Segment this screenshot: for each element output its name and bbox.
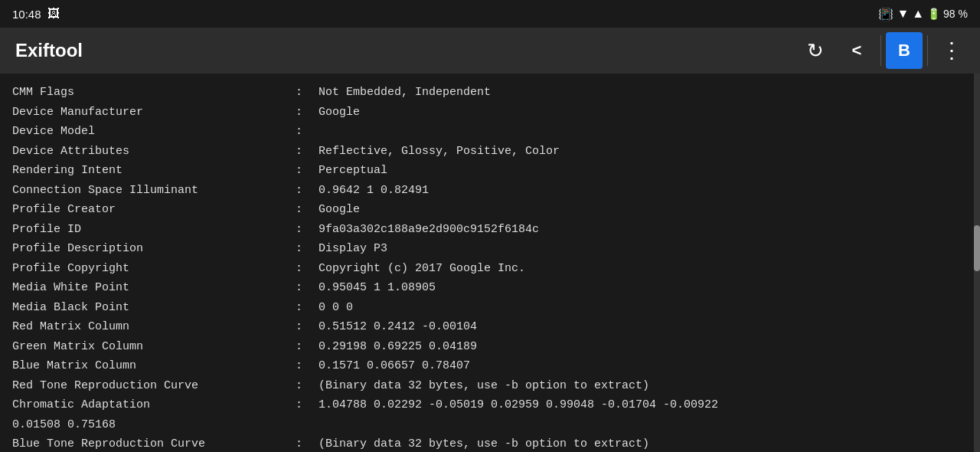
meta-colon: : <box>296 356 318 376</box>
meta-colon: : <box>296 317 318 337</box>
table-row: Device Manufacturer : Google <box>12 103 968 123</box>
metadata-table: CMM Flags : Not Embedded, IndependentDev… <box>0 80 980 452</box>
table-row: Profile Creator : Google <box>12 200 968 220</box>
meta-colon: : <box>296 200 318 220</box>
table-row: Profile ID : 9fa03a302c188a9e2d900c9152f… <box>12 220 968 240</box>
more-options-button[interactable]: ⋮ <box>933 31 971 70</box>
meta-key: Device Model <box>12 122 296 142</box>
meta-colon: : <box>296 434 318 452</box>
meta-key: Media White Point <box>12 278 296 298</box>
meta-key: Profile Copyright <box>12 259 296 279</box>
meta-value: Google <box>318 200 968 220</box>
meta-colon: : <box>296 337 318 357</box>
table-row: Device Model : <box>12 122 968 142</box>
wifi-icon: ▼ <box>897 7 909 21</box>
share-icon: < <box>852 41 862 61</box>
meta-value: 9fa03a302c188a9e2d900c9152f6184c <box>318 220 968 240</box>
table-row: Profile Description : Display P3 <box>12 239 968 259</box>
status-left: 10:48 🖼 <box>12 7 60 21</box>
meta-value: Perceptual <box>318 161 968 181</box>
toolbar-actions: ↻ < B ⋮ <box>796 31 971 70</box>
status-bar: 10:48 🖼 📳 ▼ ▲ 🔋 98 % <box>0 0 980 28</box>
meta-key: Rendering Intent <box>12 161 296 181</box>
table-row: CMM Flags : Not Embedded, Independent <box>12 83 968 103</box>
meta-colon: : <box>296 161 318 181</box>
toolbar-divider <box>880 35 881 66</box>
photo-icon: 🖼 <box>47 7 60 21</box>
continuation-value: 0.01508 0.75168 <box>12 415 116 435</box>
meta-key: Green Matrix Column <box>12 337 296 357</box>
meta-key: Red Tone Reproduction Curve <box>12 376 296 396</box>
scrollbar[interactable] <box>974 74 980 452</box>
meta-value: (Binary data 32 bytes, use -b option to … <box>318 376 968 396</box>
meta-value: Copyright (c) 2017 Google Inc. <box>318 259 968 279</box>
meta-colon: : <box>296 298 318 318</box>
meta-value: 0.51512 0.2412 -0.00104 <box>318 317 968 337</box>
meta-colon: : <box>296 83 318 103</box>
meta-value: Reflective, Glossy, Positive, Color <box>318 142 968 162</box>
vibrate-icon: 📳 <box>878 7 893 21</box>
table-row: Media Black Point : 0 0 0 <box>12 298 968 318</box>
table-row: Red Tone Reproduction Curve : (Binary da… <box>12 376 968 396</box>
battery-percent: 98 % <box>943 8 968 20</box>
bluetooth-icon: B <box>898 41 910 61</box>
meta-key: Connection Space Illuminant <box>12 181 296 201</box>
toolbar: Exiftool ↻ < B ⋮ <box>0 28 980 74</box>
table-row: Device Attributes : Reflective, Glossy, … <box>12 142 968 162</box>
meta-value: 0 0 0 <box>318 298 968 318</box>
refresh-icon: ↻ <box>807 39 824 63</box>
table-row: Connection Space Illuminant : 0.9642 1 0… <box>12 181 968 201</box>
meta-key: Profile ID <box>12 220 296 240</box>
meta-colon: : <box>296 376 318 396</box>
meta-value: 1.04788 0.02292 -0.05019 0.02959 0.99048… <box>318 395 968 415</box>
table-row: Rendering Intent : Perceptual <box>12 161 968 181</box>
table-row: Chromatic Adaptation : 1.04788 0.02292 -… <box>12 395 968 415</box>
meta-key: Blue Matrix Column <box>12 356 296 376</box>
meta-colon: : <box>296 259 318 279</box>
meta-value: 0.95045 1 1.08905 <box>318 278 968 298</box>
meta-value: 0.1571 0.06657 0.78407 <box>318 356 968 376</box>
meta-key: Device Attributes <box>12 142 296 162</box>
meta-value: 0.29198 0.69225 0.04189 <box>318 337 968 357</box>
table-row: Red Matrix Column : 0.51512 0.2412 -0.00… <box>12 317 968 337</box>
table-row: Blue Tone Reproduction Curve : (Binary d… <box>12 434 968 452</box>
meta-colon: : <box>296 220 318 240</box>
table-row: 0.01508 0.75168 <box>12 415 968 435</box>
meta-key: Red Matrix Column <box>12 317 296 337</box>
table-row: Blue Matrix Column : 0.1571 0.06657 0.78… <box>12 356 968 376</box>
meta-key: Profile Description <box>12 239 296 259</box>
content-area: CMM Flags : Not Embedded, IndependentDev… <box>0 74 980 452</box>
app-title: Exiftool <box>9 40 796 61</box>
meta-key: Device Manufacturer <box>12 103 296 123</box>
bluetooth-button[interactable]: B <box>886 32 923 69</box>
meta-key: Chromatic Adaptation <box>12 395 296 415</box>
meta-colon: : <box>296 142 318 162</box>
table-row: Profile Copyright : Copyright (c) 2017 G… <box>12 259 968 279</box>
toolbar-divider-2 <box>927 35 928 66</box>
meta-value: Not Embedded, Independent <box>318 83 968 103</box>
table-row: Media White Point : 0.95045 1 1.08905 <box>12 278 968 298</box>
meta-value: Google <box>318 103 968 123</box>
status-right: 📳 ▼ ▲ 🔋 98 % <box>878 7 968 21</box>
meta-colon: : <box>296 278 318 298</box>
meta-value: 0.9642 1 0.82491 <box>318 181 968 201</box>
meta-key: CMM Flags <box>12 83 296 103</box>
share-button[interactable]: < <box>838 31 876 70</box>
more-icon: ⋮ <box>941 40 962 61</box>
meta-value: Display P3 <box>318 239 968 259</box>
meta-key: Blue Tone Reproduction Curve <box>12 434 296 452</box>
meta-value: (Binary data 32 bytes, use -b option to … <box>318 434 968 452</box>
meta-colon: : <box>296 103 318 123</box>
meta-key: Media Black Point <box>12 298 296 318</box>
refresh-button[interactable]: ↻ <box>796 31 835 70</box>
meta-colon: : <box>296 395 318 415</box>
signal-icon: ▲ <box>912 7 924 21</box>
meta-colon: : <box>296 122 318 142</box>
table-row: Green Matrix Column : 0.29198 0.69225 0.… <box>12 337 968 357</box>
time-display: 10:48 <box>12 8 41 21</box>
scrollbar-thumb[interactable] <box>974 225 980 271</box>
meta-colon: : <box>296 181 318 201</box>
battery-icon: 🔋 <box>927 8 940 20</box>
meta-key: Profile Creator <box>12 200 296 220</box>
meta-colon: : <box>296 239 318 259</box>
